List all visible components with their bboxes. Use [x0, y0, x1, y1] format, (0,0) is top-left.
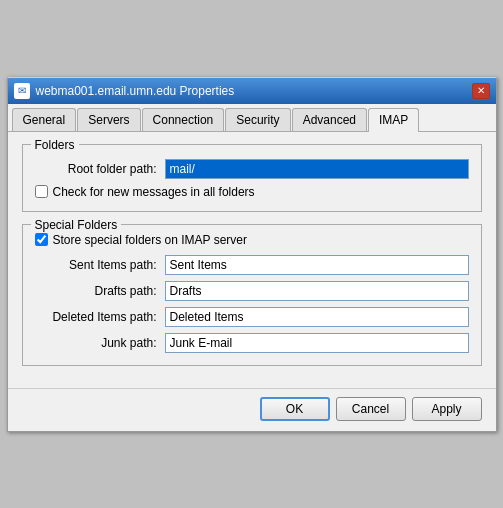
folders-group-label: Folders [31, 138, 79, 152]
title-bar: ✉ webma001.email.umn.edu Properties ✕ [8, 78, 496, 104]
junk-row: Junk path: [35, 333, 469, 353]
folders-group: Folders Root folder path: Check for new … [22, 144, 482, 212]
special-folders-group: Special Folders Store special folders on… [22, 224, 482, 366]
junk-input[interactable] [165, 333, 469, 353]
store-special-row: Store special folders on IMAP server [35, 233, 469, 247]
root-folder-row: Root folder path: [35, 159, 469, 179]
tab-imap[interactable]: IMAP [368, 108, 419, 132]
store-special-checkbox[interactable] [35, 233, 48, 246]
root-folder-label: Root folder path: [35, 162, 165, 176]
cancel-button[interactable]: Cancel [336, 397, 406, 421]
tab-advanced[interactable]: Advanced [292, 108, 367, 131]
button-bar: OK Cancel Apply [8, 388, 496, 431]
deleted-items-input[interactable] [165, 307, 469, 327]
ok-button[interactable]: OK [260, 397, 330, 421]
tab-general[interactable]: General [12, 108, 77, 131]
special-folders-label: Special Folders [31, 218, 122, 232]
drafts-label: Drafts path: [35, 284, 165, 298]
tab-security[interactable]: Security [225, 108, 290, 131]
drafts-row: Drafts path: [35, 281, 469, 301]
check-all-folders-label: Check for new messages in all folders [53, 185, 255, 199]
apply-button[interactable]: Apply [412, 397, 482, 421]
deleted-items-row: Deleted Items path: [35, 307, 469, 327]
store-special-label: Store special folders on IMAP server [53, 233, 248, 247]
properties-dialog: ✉ webma001.email.umn.edu Properties ✕ Ge… [7, 77, 497, 432]
main-content: Folders Root folder path: Check for new … [8, 132, 496, 388]
close-button[interactable]: ✕ [472, 83, 490, 99]
tab-connection[interactable]: Connection [142, 108, 225, 131]
title-bar-left: ✉ webma001.email.umn.edu Properties [14, 83, 235, 99]
window-title: webma001.email.umn.edu Properties [36, 84, 235, 98]
drafts-input[interactable] [165, 281, 469, 301]
tab-servers[interactable]: Servers [77, 108, 140, 131]
deleted-items-label: Deleted Items path: [35, 310, 165, 324]
sent-items-input[interactable] [165, 255, 469, 275]
sent-items-row: Sent Items path: [35, 255, 469, 275]
root-folder-input[interactable] [165, 159, 469, 179]
junk-label: Junk path: [35, 336, 165, 350]
check-all-folders-row: Check for new messages in all folders [35, 185, 469, 199]
window-icon: ✉ [14, 83, 30, 99]
sent-items-label: Sent Items path: [35, 258, 165, 272]
check-all-folders-checkbox[interactable] [35, 185, 48, 198]
tabs-bar: General Servers Connection Security Adva… [8, 104, 496, 132]
